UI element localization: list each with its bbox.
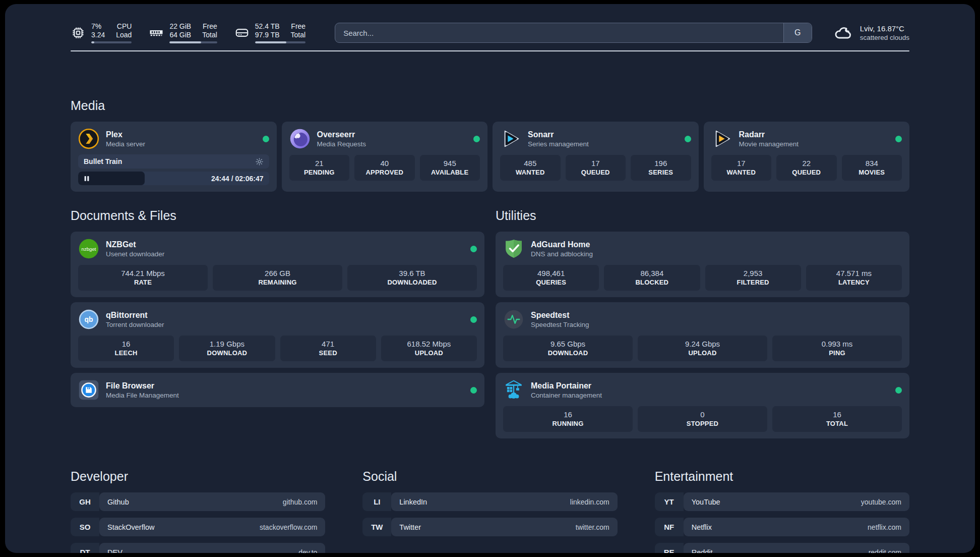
speedtest-service-link[interactable]: Speedtest Speedtest Tracking bbox=[503, 309, 902, 330]
stat-seed: 471 SEED bbox=[280, 336, 376, 361]
sonarr-service-link[interactable]: Sonarr Series management bbox=[500, 128, 691, 149]
stat-download: 1.19 Gbps DOWNLOAD bbox=[179, 336, 275, 361]
links-entertainment: Entertainment YT YouTube youtube.com NF … bbox=[655, 469, 909, 553]
link-youtube[interactable]: YT YouTube youtube.com bbox=[655, 492, 909, 511]
playback-progress-bar[interactable]: 24:44 / 02:06:47 bbox=[78, 172, 269, 185]
link-name: Github bbox=[107, 498, 129, 506]
stat-blocked: 86,384 BLOCKED bbox=[604, 265, 700, 291]
stat-value: 39.6 TB bbox=[349, 268, 475, 278]
overseerr-text: Overseerr Media Requests bbox=[317, 130, 366, 148]
link-dev[interactable]: DT DEV dev.to bbox=[71, 543, 325, 553]
service-description: Usenet downloader bbox=[106, 250, 164, 258]
stat-queries: 498,461 QUERIES bbox=[503, 265, 599, 291]
stat-stopped: 0 STOPPED bbox=[638, 406, 767, 432]
stat-value: 22 bbox=[778, 158, 835, 168]
link-twitter[interactable]: TW Twitter twitter.com bbox=[362, 518, 617, 536]
link-github[interactable]: GH Github github.com bbox=[71, 492, 325, 511]
storage-free-value: 52.4 TB bbox=[255, 22, 280, 31]
stat-value: 498,461 bbox=[505, 268, 597, 278]
cpu-usage-label: CPU bbox=[117, 22, 132, 31]
radarr-service-link[interactable]: Radarr Movie management bbox=[711, 128, 902, 149]
link-pill: StackOverflow stackoverflow.com bbox=[99, 518, 325, 536]
speedtest-stats: 9.65 Gbps DOWNLOAD 9.24 Gbps UPLOAD 0.99… bbox=[503, 336, 902, 361]
qbittorrent-service-link[interactable]: qb qBittorrent Torrent downloader bbox=[78, 309, 477, 330]
nzbget-text: NZBGet Usenet downloader bbox=[106, 240, 164, 258]
stat-rate: 744.21 Mbps RATE bbox=[78, 265, 208, 291]
ram-icon bbox=[149, 25, 164, 40]
portainer-service-link[interactable]: Media Portainer Container management bbox=[503, 379, 902, 401]
link-abbr-badge: NF bbox=[655, 518, 684, 536]
link-netflix[interactable]: NF Netflix netflix.com bbox=[655, 518, 909, 536]
stat-pending: 21 PENDING bbox=[289, 155, 350, 181]
link-reddit[interactable]: RE Reddit reddit.com bbox=[655, 543, 909, 553]
sonarr-text: Sonarr Series management bbox=[528, 130, 589, 148]
service-description: Series management bbox=[528, 140, 589, 148]
section-title-developer: Developer bbox=[71, 469, 325, 484]
status-online-dot bbox=[473, 136, 480, 142]
service-description: Speedtest Tracking bbox=[531, 320, 589, 329]
stat-label: QUEUED bbox=[778, 168, 835, 177]
stat-value: 16 bbox=[505, 410, 631, 419]
cloud-icon bbox=[833, 23, 853, 43]
stat-remaining: 266 GB REMAINING bbox=[213, 265, 342, 291]
stat-value: 0 bbox=[640, 410, 765, 419]
plex-service-link[interactable]: Plex Media server bbox=[78, 128, 269, 149]
nzbget-icon: nzbget bbox=[78, 238, 99, 259]
settings-gear-icon[interactable] bbox=[255, 157, 264, 166]
pause-icon[interactable] bbox=[84, 176, 90, 182]
link-url: github.com bbox=[283, 498, 317, 506]
plex-text: Plex Media server bbox=[106, 130, 145, 148]
storage-progress-fill bbox=[255, 41, 286, 43]
link-linkedin[interactable]: LI LinkedIn linkedin.com bbox=[362, 492, 617, 511]
qbittorrent-icon: qb bbox=[78, 309, 99, 330]
stat-movies: 834 MOVIES bbox=[842, 155, 902, 181]
weather-location-temp: Lviv, 16.87°C bbox=[860, 24, 909, 33]
search-input[interactable] bbox=[335, 23, 783, 42]
status-online-dot bbox=[470, 316, 477, 323]
nzbget-service-link[interactable]: nzbget NZBGet Usenet downloader bbox=[78, 238, 477, 259]
storage-total-value: 97.9 TB bbox=[255, 31, 280, 39]
stat-label: SEED bbox=[282, 349, 374, 357]
status-online-dot bbox=[470, 246, 477, 252]
filebrowser-text: File Browser Media File Management bbox=[106, 381, 179, 400]
filebrowser-card: File Browser Media File Management bbox=[71, 373, 484, 407]
now-playing-bar: Bullet Train bbox=[78, 154, 269, 169]
playback-time: 24:44 / 02:06:47 bbox=[211, 175, 264, 183]
stat-label: LATENCY bbox=[808, 278, 900, 287]
speedtest-pulse-icon bbox=[503, 309, 524, 330]
links-developer: Developer GH Github github.com SO StackO… bbox=[71, 469, 325, 553]
filebrowser-service-link[interactable]: File Browser Media File Management bbox=[78, 379, 477, 401]
stat-downloaded: 39.6 TB DOWNLOADED bbox=[347, 265, 477, 291]
memory-progress-bar bbox=[169, 41, 217, 43]
link-name: YouTube bbox=[692, 498, 720, 506]
overseerr-stats: 21 PENDING 40 APPROVED 945 AVAILABLE bbox=[289, 155, 480, 181]
link-abbr-badge: RE bbox=[655, 543, 684, 553]
section-documents: Documents & Files nzbget NZBGet U bbox=[71, 208, 484, 438]
memory-widget: 22 GiB 64 GiB Free Total bbox=[149, 22, 217, 43]
stat-value: 47.571 ms bbox=[808, 268, 900, 278]
stat-available: 945 AVAILABLE bbox=[420, 155, 480, 181]
sonarr-icon bbox=[500, 128, 521, 149]
link-stackoverflow[interactable]: SO StackOverflow stackoverflow.com bbox=[71, 518, 325, 536]
portainer-stats: 16 RUNNING 0 STOPPED 16 TOTAL bbox=[503, 406, 902, 432]
stat-label: UPLOAD bbox=[640, 349, 765, 357]
stat-value: 0.993 ms bbox=[774, 339, 900, 349]
adguard-shield-icon bbox=[503, 238, 524, 259]
dashboard-app: 7% 3.24 CPU Load bbox=[5, 4, 975, 553]
stat-label: APPROVED bbox=[356, 168, 413, 177]
link-pill: YouTube youtube.com bbox=[684, 492, 909, 511]
stat-label: TOTAL bbox=[774, 419, 900, 428]
header-divider bbox=[71, 50, 909, 51]
link-url: reddit.com bbox=[869, 548, 901, 553]
overseerr-service-link[interactable]: Overseerr Media Requests bbox=[289, 128, 480, 149]
adguard-service-link[interactable]: AdGuard Home DNS and adblocking bbox=[503, 238, 902, 259]
status-online-dot bbox=[470, 387, 477, 394]
storage-free-label: Free bbox=[291, 22, 305, 31]
stat-label: BLOCKED bbox=[606, 278, 698, 287]
link-url: twitter.com bbox=[576, 523, 609, 531]
weather-text: Lviv, 16.87°C scattered clouds bbox=[860, 24, 909, 42]
now-playing-title: Bullet Train bbox=[84, 157, 255, 165]
stat-value: 9.65 Gbps bbox=[505, 339, 631, 349]
storage-total-label: Total bbox=[291, 31, 306, 39]
search-engine-button[interactable]: G bbox=[783, 23, 812, 42]
